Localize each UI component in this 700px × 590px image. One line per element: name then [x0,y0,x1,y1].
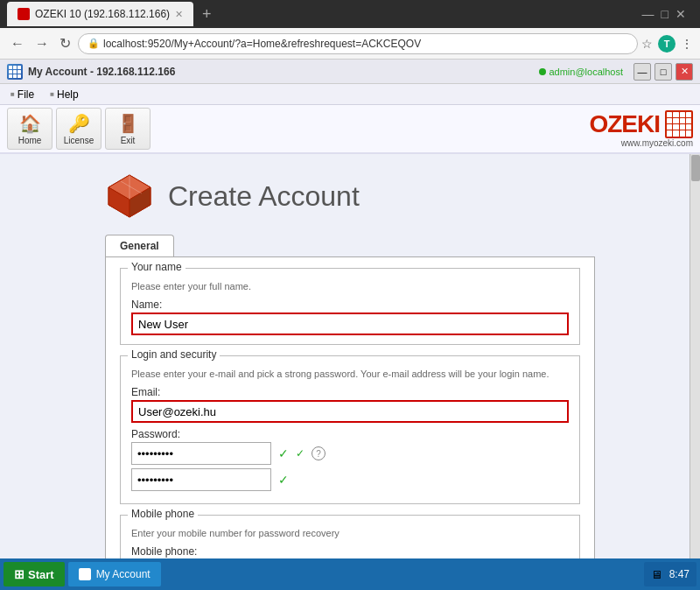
home-icon: 🏠 [19,113,41,134]
password-input[interactable] [131,442,271,465]
email-input[interactable] [131,400,569,423]
new-tab-btn[interactable]: + [197,5,217,24]
app-close-btn[interactable]: ✕ [676,63,693,81]
tab-close-btn[interactable]: ✕ [175,9,183,20]
mobile-phone-body: Enter your mobile number for password re… [121,516,579,558]
app-title-text: My Account - 192.168.112.166 [28,66,175,78]
password-label: Password: [131,428,569,440]
address-bar[interactable]: 🔒 localhost:9520/My+Account/?a=Home&refr… [78,33,638,54]
password-confirm-row: ✓ [131,468,569,491]
url-text: localhost:9520/My+Account/?a=Home&refres… [103,38,421,50]
page-header: Create Account [105,172,595,221]
browser-toolbar: ← → ↻ 🔒 localhost:9520/My+Account/?a=Hom… [0,28,700,60]
content-area: Create Account General Your name Please … [0,154,700,558]
menu-dots-icon[interactable]: ⋮ [681,37,693,51]
taskbar-app-label: My Account [96,568,150,580]
content-inner: Create Account General Your name Please … [0,154,700,558]
scroll-thumb[interactable] [691,155,700,181]
help-bullet: ■ [50,90,54,98]
tab-strip: General [105,235,595,256]
login-security-legend: Login and security [128,348,220,361]
password-row: ✓ ✓ ? [131,442,569,465]
license-label: License [64,136,94,145]
form-panel: Your name Please enter your full name. N… [105,256,595,558]
app-maximize-btn[interactable]: □ [654,63,672,81]
home-btn[interactable]: 🏠 Home [7,108,52,150]
your-name-section: Your name Please enter your full name. N… [120,268,580,345]
license-icon: 🔑 [68,113,90,134]
file-bullet: ■ [10,90,15,98]
ozeki-grid-icon [665,110,693,138]
scrollbar[interactable] [690,154,700,558]
password-strong-icon: ✓ [296,447,304,460]
app-titlebar: My Account - 192.168.112.166 admin@local… [0,60,700,84]
create-account-panel: Create Account General Your name Please … [105,172,595,558]
taskbar-clock: 8:47 [669,568,690,580]
name-label: Name: [131,299,569,311]
browser-maximize-btn[interactable]: □ [662,7,668,21]
profile-icon[interactable]: T [658,35,676,53]
home-label: Home [18,136,42,145]
admin-status-dot [539,68,546,75]
mobile-phone-section: Mobile phone Enter your mobile number fo… [120,515,580,558]
app-toolbar-left: 🏠 Home 🔑 License 🚪 Exit [7,108,150,150]
browser-minimize-btn[interactable]: — [642,7,654,21]
phone-label: Mobile phone: [131,545,569,558]
taskbar-sys: 🖥 8:47 [644,562,696,586]
password-confirm-input[interactable] [131,468,271,491]
your-name-legend: Your name [128,261,186,273]
exit-label: Exit [121,136,136,145]
login-security-section: Login and security Please enter your e-m… [120,355,580,504]
back-btn[interactable]: ← [7,34,28,53]
your-name-hint: Please enter your full name. [131,281,569,291]
start-button[interactable]: ⊞ Start [4,562,65,586]
taskbar: ⊞ Start My Account 🖥 8:47 [0,558,700,590]
admin-badge: admin@localhost [539,67,623,77]
ozeki-url-text: www.myozeki.com [621,138,693,148]
app-toolbar: 🏠 Home 🔑 License 🚪 Exit OZEKI www.myozek… [0,105,700,154]
password-help-btn[interactable]: ? [312,446,326,460]
my-account-taskbar-btn[interactable]: My Account [68,562,161,586]
start-icon: ⊞ [14,567,24,581]
titlebar-controls: — □ ✕ [634,63,693,81]
your-name-body: Please enter your full name. Name: [121,269,579,344]
ozeki-logo: OZEKI www.myozeki.com [589,110,693,148]
password-check-icon: ✓ [278,446,289,460]
mobile-phone-legend: Mobile phone [128,508,198,520]
app-title-left: My Account - 192.168.112.166 [7,64,175,80]
app-minimize-btn[interactable]: — [634,63,651,81]
page-title: Create Account [168,180,360,213]
monitor-icon: 🖥 [651,568,662,581]
app-icon [7,64,23,80]
cube-icon [105,172,154,221]
menu-help[interactable]: ■ Help [43,87,86,102]
tab-favicon [18,8,30,20]
main-content: Create Account General Your name Please … [0,154,700,558]
taskbar-app-icon [79,568,91,580]
tab-general[interactable]: General [105,235,174,256]
menu-file[interactable]: ■ File [4,87,41,102]
email-label: Email: [131,386,569,398]
start-label: Start [28,568,54,581]
browser-tab-active[interactable]: OZEKI 10 (192.168.112.166) ✕ [7,2,193,26]
menubar: ■ File ■ Help [0,84,700,105]
login-security-body: Please enter your e-mail and pick a stro… [121,356,579,503]
exit-btn[interactable]: 🚪 Exit [105,108,150,150]
browser-titlebar: OZEKI 10 (192.168.112.166) ✕ + — □ ✕ [0,0,700,28]
forward-btn[interactable]: → [32,34,52,53]
tab-title: OZEKI 10 (192.168.112.166) [35,8,170,20]
star-icon[interactable]: ☆ [641,37,653,51]
browser-close-btn[interactable]: ✕ [676,7,686,21]
refresh-btn[interactable]: ↻ [56,33,74,53]
login-security-hint: Please enter your e-mail and pick a stro… [131,369,569,379]
lock-icon: 🔒 [88,38,100,49]
ozeki-brand-text: OZEKI [589,112,660,137]
password-confirm-check-icon: ✓ [278,473,289,487]
exit-icon: 🚪 [117,113,139,134]
admin-label: admin@localhost [549,67,623,77]
browser-toolbar-icons: ☆ T ⋮ [641,35,693,53]
mobile-phone-hint: Enter your mobile number for password re… [131,528,569,538]
license-btn[interactable]: 🔑 License [56,108,102,150]
name-input[interactable] [131,313,569,335]
